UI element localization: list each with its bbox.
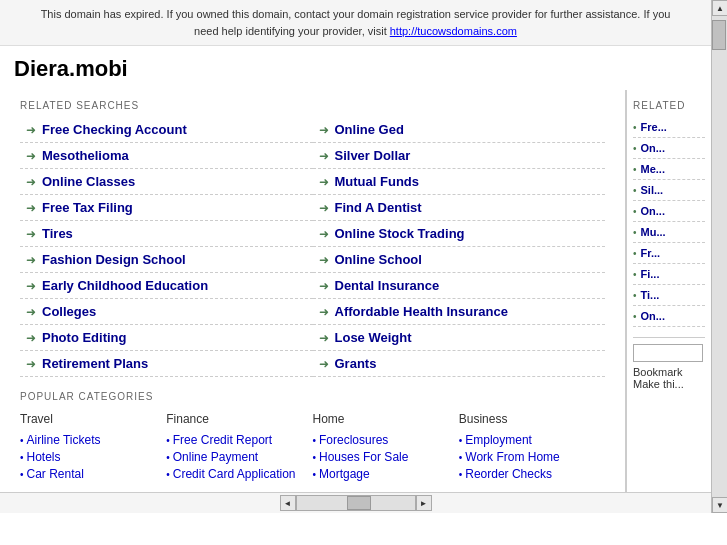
search-item-right: ➜Affordable Health Insurance <box>313 299 606 325</box>
right-sidebar: RELATED •Fre...•On...•Me...•Sil...•On...… <box>626 90 711 492</box>
sidebar-right-link[interactable]: Sil... <box>641 184 664 196</box>
search-link[interactable]: Tires <box>42 226 73 241</box>
arrow-icon: ➜ <box>26 227 36 241</box>
search-item-right: ➜Silver Dollar <box>313 143 606 169</box>
main-content-area: RELATED SEARCHES ➜Free Checking Account➜… <box>0 90 626 492</box>
arrow-icon: ➜ <box>26 149 36 163</box>
popular-link[interactable]: Online Payment <box>173 450 258 464</box>
search-columns: ➜Free Checking Account➜Mesothelioma➜Onli… <box>10 117 615 377</box>
popular-link[interactable]: Hotels <box>27 450 61 464</box>
search-link[interactable]: Free Checking Account <box>42 122 187 137</box>
arrow-icon: ➜ <box>26 305 36 319</box>
popular-item: Free Credit Report <box>166 431 312 448</box>
search-link[interactable]: Free Tax Filing <box>42 200 133 215</box>
scroll-thumb <box>347 496 371 510</box>
popular-link[interactable]: Houses For Sale <box>319 450 408 464</box>
popular-label: POPULAR CATEGORIES <box>20 391 605 402</box>
popular-col: HomeForeclosuresHouses For SaleMortgage <box>313 412 459 482</box>
search-item-left: ➜Fashion Design School <box>20 247 313 273</box>
search-item-left: ➜Early Childhood Education <box>20 273 313 299</box>
popular-link[interactable]: Foreclosures <box>319 433 388 447</box>
sidebar-right-link[interactable]: On... <box>641 205 665 217</box>
popular-item: Credit Card Application <box>166 465 312 482</box>
sidebar-right-link[interactable]: Fi... <box>641 268 660 280</box>
right-arrow-icon: • <box>633 248 637 259</box>
sidebar-right-link[interactable]: Fre... <box>641 121 667 133</box>
search-link[interactable]: Online Classes <box>42 174 135 189</box>
search-link[interactable]: Online School <box>335 252 422 267</box>
sidebar-right-link[interactable]: On... <box>641 310 665 322</box>
popular-link[interactable]: Car Rental <box>27 467 84 481</box>
right-arrow-icon: • <box>633 311 637 322</box>
popular-link[interactable]: Airline Tickets <box>27 433 101 447</box>
scroll-left-btn[interactable]: ◄ <box>280 495 296 511</box>
search-link[interactable]: Online Ged <box>335 122 404 137</box>
notice-link[interactable]: http://tucowsdomains.com <box>390 25 517 37</box>
popular-item: Mortgage <box>313 465 459 482</box>
search-link[interactable]: Dental Insurance <box>335 278 440 293</box>
vertical-scrollbar[interactable]: ▲ ▼ <box>711 0 727 513</box>
sidebar-input[interactable] <box>633 344 703 362</box>
search-link[interactable]: Retirement Plans <box>42 356 148 371</box>
arrow-icon: ➜ <box>26 279 36 293</box>
popular-item: Employment <box>459 431 605 448</box>
search-item-left: ➜Photo Editing <box>20 325 313 351</box>
arrow-icon: ➜ <box>319 253 329 267</box>
sidebar-right-item: •On... <box>633 201 705 222</box>
sidebar-right-link[interactable]: Mu... <box>641 226 666 238</box>
search-link[interactable]: Mesothelioma <box>42 148 129 163</box>
search-item-right: ➜Lose Weight <box>313 325 606 351</box>
search-col-left: ➜Free Checking Account➜Mesothelioma➜Onli… <box>20 117 313 377</box>
search-link[interactable]: Online Stock Trading <box>335 226 465 241</box>
popular-col: TravelAirline TicketsHotelsCar Rental <box>20 412 166 482</box>
arrow-icon: ➜ <box>26 253 36 267</box>
popular-link[interactable]: Work From Home <box>465 450 559 464</box>
search-link[interactable]: Lose Weight <box>335 330 412 345</box>
search-item-left: ➜Mesothelioma <box>20 143 313 169</box>
sidebar-right-link[interactable]: Fr... <box>641 247 661 259</box>
right-arrow-icon: • <box>633 143 637 154</box>
popular-link[interactable]: Credit Card Application <box>173 467 296 481</box>
scroll-track <box>296 495 416 511</box>
horizontal-scrollbar[interactable]: ◄ ► <box>280 495 432 511</box>
search-link[interactable]: Early Childhood Education <box>42 278 208 293</box>
search-link[interactable]: Find A Dentist <box>335 200 422 215</box>
search-link[interactable]: Mutual Funds <box>335 174 420 189</box>
popular-item: Houses For Sale <box>313 448 459 465</box>
sidebar-right-item: •Fre... <box>633 117 705 138</box>
scroll-track-vertical <box>712 16 727 497</box>
search-item-left: ➜Tires <box>20 221 313 247</box>
popular-link[interactable]: Reorder Checks <box>465 467 552 481</box>
search-item-left: ➜Online Classes <box>20 169 313 195</box>
search-link[interactable]: Grants <box>335 356 377 371</box>
bookmark-text2: Make thi... <box>633 378 705 390</box>
search-link[interactable]: Colleges <box>42 304 96 319</box>
sidebar-right-link[interactable]: Me... <box>641 163 665 175</box>
search-item-right: ➜Online School <box>313 247 606 273</box>
popular-item: Foreclosures <box>313 431 459 448</box>
popular-item: Online Payment <box>166 448 312 465</box>
sidebar-right-item: •Fr... <box>633 243 705 264</box>
search-link[interactable]: Affordable Health Insurance <box>335 304 508 319</box>
popular-link[interactable]: Mortgage <box>319 467 370 481</box>
search-link[interactable]: Fashion Design School <box>42 252 186 267</box>
sidebar-right-link[interactable]: Ti... <box>641 289 660 301</box>
search-link[interactable]: Photo Editing <box>42 330 126 345</box>
right-arrow-icon: • <box>633 164 637 175</box>
sidebar-right-item: •On... <box>633 306 705 327</box>
scroll-up-btn[interactable]: ▲ <box>712 0 727 16</box>
arrow-icon: ➜ <box>319 175 329 189</box>
popular-link[interactable]: Free Credit Report <box>173 433 272 447</box>
arrow-icon: ➜ <box>26 201 36 215</box>
popular-link[interactable]: Employment <box>465 433 532 447</box>
scroll-down-btn[interactable]: ▼ <box>712 497 727 513</box>
popular-item: Reorder Checks <box>459 465 605 482</box>
search-item-left: ➜Free Checking Account <box>20 117 313 143</box>
popular-cols: TravelAirline TicketsHotelsCar RentalFin… <box>20 412 605 482</box>
right-arrow-icon: • <box>633 269 637 280</box>
search-item-right: ➜Online Ged <box>313 117 606 143</box>
sidebar-right-item: •Ti... <box>633 285 705 306</box>
sidebar-right-link[interactable]: On... <box>641 142 665 154</box>
scroll-right-btn[interactable]: ► <box>416 495 432 511</box>
search-link[interactable]: Silver Dollar <box>335 148 411 163</box>
